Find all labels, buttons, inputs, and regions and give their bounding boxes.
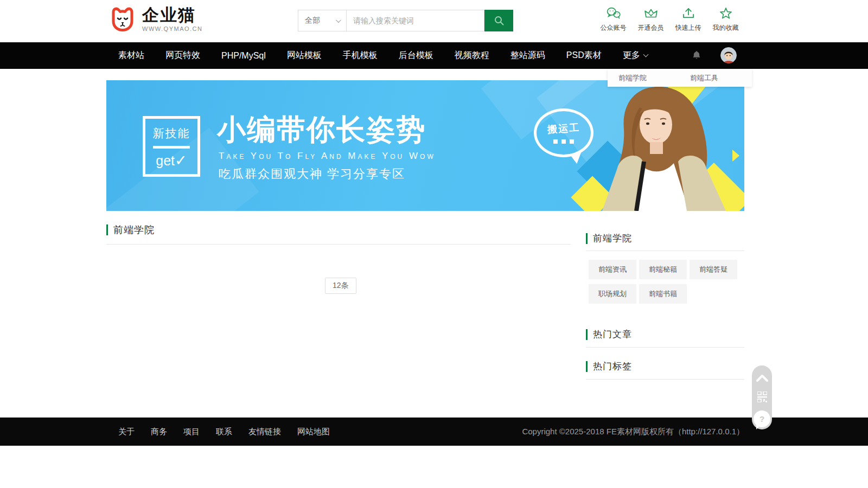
quick-link-label: 公众账号 (601, 23, 627, 33)
badge-action: get (156, 153, 175, 168)
quick-link-upload[interactable]: 快速上传 (669, 4, 707, 33)
chevron-up-icon (756, 374, 768, 382)
quick-link-vip[interactable]: 开通会员 (632, 4, 669, 33)
footer: 关于 商务 项目 联系 友情链接 网站地图 Copyright ©2025-20… (0, 418, 868, 446)
sidebar-title: 热门标签 (593, 360, 632, 373)
cat-logo-icon (107, 6, 138, 32)
sidebar-title: 前端学院 (593, 232, 632, 245)
qr-code-button[interactable] (757, 391, 767, 404)
section-accent-bar (586, 329, 588, 340)
nav-item-more[interactable]: 更多 (623, 50, 648, 61)
footer-link-business[interactable]: 商务 (151, 427, 167, 437)
dropdown-item-frontend-college[interactable]: 前端学院 (618, 69, 647, 87)
section-accent-bar (106, 224, 108, 235)
tag-frontend-qa[interactable]: 前端答疑 (690, 260, 737, 279)
dropdown-item-frontend-tools[interactable]: 前端工具 (690, 69, 718, 87)
footer-link-sitemap[interactable]: 网站地图 (297, 427, 330, 437)
quick-link-label: 开通会员 (638, 23, 664, 33)
divider (586, 379, 744, 380)
nav-item-php[interactable]: PHP/MySql (221, 51, 266, 61)
sidebar-section-hot-articles: 热门文章 (586, 328, 632, 341)
tag-frontend-news[interactable]: 前端资讯 (589, 260, 636, 279)
banner-subtitle: Take You To Fly And Make You Wow (219, 151, 436, 162)
question-mark-icon: ? (760, 414, 764, 423)
nav-item-psd[interactable]: PSD素材 (566, 50, 602, 61)
nav-item-site-template[interactable]: 网站模板 (287, 50, 322, 61)
more-dropdown: 前端学院 前端工具 (608, 69, 752, 87)
bubble-dots (553, 139, 574, 144)
search-input[interactable] (346, 10, 484, 31)
quick-links: 公众账号 开通会员 (595, 4, 744, 33)
header: 企业猫 WWW.QYMAO.CN 全部 (0, 0, 868, 42)
quick-link-favorites[interactable]: 我的收藏 (707, 4, 744, 33)
tag-frontend-secrets[interactable]: 前端秘籍 (639, 260, 687, 279)
divider (586, 251, 744, 251)
quick-link-label: 快速上传 (675, 23, 701, 33)
main-nav: 素材站 网页特效 PHP/MySql 网站模板 手机模板 后台模板 视频教程 整… (0, 42, 868, 69)
hero-banner[interactable]: 搬运工 新技能 get✓ 小编带你长姿势 Take You To Fly And… (106, 80, 744, 211)
search-button[interactable] (484, 10, 513, 31)
banner-tagline: 吃瓜群众围观大神 学习分享专区 (219, 166, 405, 182)
banner-badge: 新技能 get✓ (143, 116, 200, 177)
quick-link-wechat[interactable]: 公众账号 (595, 4, 632, 33)
search-category-select[interactable]: 全部 (298, 10, 346, 31)
footer-link-contact[interactable]: 联系 (216, 427, 232, 437)
nav-item-admin-template[interactable]: 后台模板 (399, 50, 433, 61)
wechat-icon (605, 4, 622, 22)
nav-item-mobile-template[interactable]: 手机模板 (343, 50, 378, 61)
tag-frontend-books[interactable]: 前端书籍 (639, 284, 687, 304)
search-category-label: 全部 (305, 16, 320, 25)
site-logo[interactable]: 企业猫 WWW.QYMAO.CN (107, 6, 203, 32)
sidebar-title: 热门文章 (593, 328, 632, 341)
tag-career-planning[interactable]: 职场规划 (589, 284, 636, 304)
logo-title: 企业猫 (142, 6, 203, 24)
pagination-count-button[interactable]: 12条 (325, 278, 356, 294)
chevron-down-icon (643, 52, 648, 57)
sidebar-section-hot-tags: 热门标签 (586, 360, 632, 373)
footer-link-about[interactable]: 关于 (118, 427, 135, 437)
help-button[interactable]: ? (754, 410, 770, 427)
divider (586, 347, 744, 348)
banner-title: 小编带你长姿势 (217, 111, 426, 150)
nav-item-effects[interactable]: 网页特效 (165, 50, 200, 61)
page-title: 前端学院 (113, 223, 155, 236)
nav-item-source[interactable]: 整站源码 (510, 50, 545, 61)
crown-icon (643, 4, 659, 22)
search-bar: 全部 (298, 10, 513, 31)
badge-title: 新技能 (153, 126, 190, 141)
badge-divider (153, 146, 190, 149)
page: 企业猫 WWW.QYMAO.CN 全部 (0, 0, 868, 488)
logo-subtitle: WWW.QYMAO.CN (142, 25, 203, 32)
main-section-header: 前端学院 (106, 223, 155, 236)
banner-model-photo (588, 86, 740, 211)
copyright-text: Copyright ©2025-2018 FE素材网版权所有（http://12… (522, 418, 744, 446)
upload-icon (680, 4, 697, 22)
footer-link-projects[interactable]: 项目 (183, 427, 200, 437)
nav-item-material[interactable]: 素材站 (118, 50, 144, 61)
section-accent-bar (586, 233, 588, 244)
banner-speech-bubble: 搬运工 (534, 108, 593, 157)
qr-code-icon (757, 391, 767, 402)
footer-link-friends[interactable]: 友情链接 (248, 427, 281, 437)
quick-link-label: 我的收藏 (713, 23, 739, 33)
divider (106, 244, 571, 245)
notification-bell-icon[interactable] (691, 49, 702, 63)
user-avatar[interactable] (720, 47, 737, 63)
chevron-down-icon (336, 17, 341, 23)
search-icon (493, 15, 505, 27)
back-to-top-button[interactable] (756, 374, 768, 384)
nav-item-video[interactable]: 视频教程 (455, 50, 489, 61)
section-accent-bar (586, 361, 588, 372)
check-icon: ✓ (175, 152, 187, 169)
bubble-text: 搬运工 (547, 121, 580, 136)
sidebar-section-college: 前端学院 (586, 232, 632, 245)
star-icon (718, 4, 734, 22)
